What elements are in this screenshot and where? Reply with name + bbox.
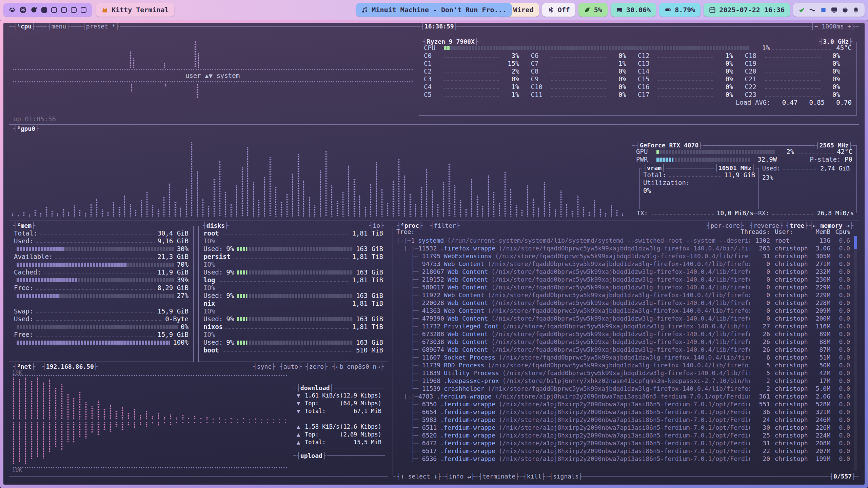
process-cpu: 0.0: [830, 400, 850, 408]
process-threads: 263: [750, 244, 770, 252]
process-row[interactable]: ├─ 673038Web Content(/nix/store/fqadd0bp…: [396, 338, 850, 346]
tree-prefix: ├─: [396, 361, 422, 369]
process-row[interactable]: ├─ 94753Web Content(/nix/store/fqadd0bpr…: [396, 260, 850, 268]
disk-used-pct: 9%: [226, 245, 234, 253]
core-cell: C7 1%: [531, 60, 638, 67]
process-mem: 17M: [808, 377, 830, 385]
process-scrollbar[interactable]: [854, 236, 857, 471]
process-row[interactable]: ├─ 11607Socket Process(/nix/store/fqadd0…: [396, 353, 850, 361]
net-stat-value: (12,9 Kibps): [340, 392, 381, 400]
core-label: C12: [638, 52, 655, 60]
nixos-icon[interactable]: [20, 6, 26, 13]
process-row[interactable]: ├─ 219152Web Content(/nix/store/fqadd0bp…: [396, 276, 850, 283]
process-cpu: 0.0: [830, 314, 850, 322]
status-module[interactable]: 5%: [578, 3, 608, 17]
process-command: (/nix/store/fqadd0bprwc5yw5k99xajbdqd1dz…: [491, 346, 750, 353]
preset-button[interactable]: preset *: [82, 23, 120, 30]
process-row[interactable]: ├─ 6654.ferdium-wrappe(/nix/store/a1pj8h…: [396, 408, 850, 416]
workspace-button[interactable]: [71, 7, 77, 13]
process-row[interactable]: ├─ 220028Web Content(/nix/store/fqadd0bp…: [396, 299, 850, 307]
reverse-toggle[interactable]: reverse: [749, 222, 784, 229]
process-row[interactable]: ├─ 11839Utility Process(/nix/store/fqadd…: [396, 369, 850, 377]
disk-used-label: Used:: [203, 339, 223, 346]
process-threads: 0: [750, 276, 770, 283]
sort-column-selector[interactable]: ← memory →: [809, 222, 854, 229]
process-row[interactable]: └─ 11539crashhelper(/nix/store/fqadd0bpr…: [396, 385, 850, 392]
process-row[interactable]: ├─ 11732Privileged Cont(/nix/store/fqadd…: [396, 322, 850, 330]
process-row[interactable]: ├─ 6350.ferdium-wrappe(/nix/store/a1pj8h…: [396, 400, 850, 408]
process-pid: 219152: [422, 276, 444, 283]
update-interval-control[interactable]: − 1000ms +: [810, 23, 855, 30]
bell-icon[interactable]: [853, 7, 859, 13]
footer-action[interactable]: kill: [522, 473, 546, 480]
process-cpu: 0.0: [830, 291, 850, 299]
process-row[interactable]: ├─ 6511.ferdium-wrappe(/nix/store/a1pj8h…: [396, 424, 850, 431]
process-row[interactable]: ├─ 218067Web Content(/nix/store/fqadd0bp…: [396, 268, 850, 276]
process-row[interactable]: ├─ 6472.ferdium-wrappe(/nix/store/a1pj8h…: [396, 439, 850, 447]
menu-button[interactable]: menu: [47, 23, 71, 30]
process-row[interactable]: ├─ 673288Web Content(/nix/store/fqadd0bp…: [396, 330, 850, 338]
media-module[interactable]: Minuit Machine - Don't Run Fro...: [356, 3, 512, 17]
net-interface-switcher[interactable]: ←b enp8s0 n→: [332, 363, 384, 370]
process-row[interactable]: ├─ 5983.ferdium-wrappe(/nix/store/a1pj8h…: [396, 416, 850, 424]
status-module[interactable]: 30.06%: [611, 3, 656, 17]
process-row[interactable]: ├─ 11968.keepassxc-prox(/nix/store/bslpj…: [396, 377, 850, 385]
net-auto-toggle[interactable]: auto: [279, 363, 302, 370]
status-module[interactable]: Off: [542, 3, 575, 17]
process-row[interactable]: ├─ 6536.ferdium-wrappe(/nix/store/a1pj8h…: [396, 455, 850, 463]
footer-action[interactable]: ↑ select ↓: [396, 473, 442, 480]
footer-action[interactable]: terminate: [478, 473, 520, 480]
process-row[interactable]: ├─ 6520.ferdium-wrappe(/nix/store/a1pj8h…: [396, 431, 850, 439]
process-row[interactable]: ├─ 580017Web Content(/nix/store/fqadd0bp…: [396, 283, 850, 291]
process-mem: 232M: [808, 268, 830, 276]
disk-used-pct: 9%: [226, 292, 234, 300]
process-user: christoph: [770, 377, 808, 385]
net-sync-toggle[interactable]: sync: [253, 363, 276, 370]
workspace-button[interactable]: [51, 7, 57, 13]
process-pid: 11539: [422, 385, 440, 392]
status-module[interactable]: 2025-07-22 16:36: [704, 3, 790, 17]
reload-icon[interactable]: [31, 6, 37, 13]
per-core-toggle[interactable]: per-core: [706, 222, 744, 229]
workspace-button[interactable]: [61, 7, 67, 13]
workspaces-module: [3, 3, 92, 17]
process-row[interactable]: ├─ 41363Web Content(/nix/store/fqadd0bpr…: [396, 307, 850, 314]
indicator-icon[interactable]: [820, 7, 827, 13]
tree-toggle[interactable]: tree: [785, 222, 809, 229]
memory-row: [14, 300, 189, 307]
disk-used-value: 163 GiB: [356, 315, 383, 323]
up-arrow-icon: ▲: [297, 439, 305, 446]
process-row[interactable]: ├─ 479390Web Content(/nix/store/fqadd0bp…: [396, 314, 850, 322]
paw-icon[interactable]: [9, 6, 16, 13]
display-icon[interactable]: [831, 7, 837, 13]
memory-row: Swap: 15,9 GiB: [14, 307, 189, 315]
power-icon[interactable]: [842, 7, 848, 13]
workspace-button[interactable]: [41, 7, 47, 13]
check-icon[interactable]: [798, 7, 805, 13]
process-row[interactable]: ├─ 11795WebExtensions(/nix/store/fqadd0b…: [396, 252, 850, 260]
utilization-value: 0%: [643, 187, 651, 195]
disk-used-row: Used: 9% 163 GiB: [203, 315, 383, 323]
footer-action[interactable]: signals: [549, 473, 583, 480]
status-module[interactable]: 8.79%: [659, 3, 701, 17]
scrollbar-thumb[interactable]: [854, 236, 857, 249]
footer-action[interactable]: info ↵: [445, 473, 475, 480]
vram-used-pct: 23%: [762, 174, 773, 181]
process-row[interactable]: [-]─1systemd(/run/current-system/systemd…: [396, 237, 850, 244]
active-window-module[interactable]: Kitty Terminal: [96, 3, 174, 17]
process-row[interactable]: ├─ 11972Web Content(/nix/store/fqadd0bpr…: [396, 291, 850, 299]
process-row[interactable]: ├─ 11739RDD Process(/nix/store/fqadd0bpr…: [396, 361, 850, 369]
network-wave-icon[interactable]: [809, 7, 816, 13]
process-cpu: 0.0: [830, 361, 850, 369]
io-mode-toggle[interactable]: io: [369, 222, 384, 229]
process-row[interactable]: [-]─4783.ferdium-wrappe(/nix/store/a1pj8…: [396, 392, 850, 400]
core-label: C0: [424, 52, 441, 60]
workspace-button[interactable]: [81, 7, 86, 13]
process-row[interactable]: [-]─11532.firefox-wrappe(/nix/store/fqad…: [396, 244, 850, 252]
process-row[interactable]: ├─ 6517.ferdium-wrappe(/nix/store/a1pj8h…: [396, 447, 850, 455]
memory-row-label: Free:: [14, 331, 33, 339]
disk-name-row: root 1,81 TiB: [203, 229, 383, 237]
net-zero-toggle[interactable]: zero: [305, 363, 328, 370]
filter-button[interactable]: filter: [430, 222, 460, 229]
process-row[interactable]: ├─ 689674Web Content(/nix/store/fqadd0bp…: [396, 346, 850, 353]
